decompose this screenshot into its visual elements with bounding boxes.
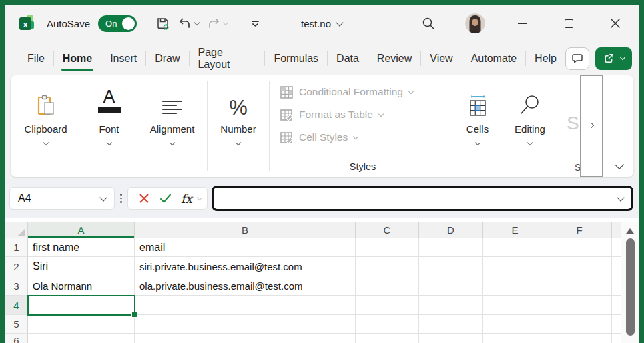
- cell[interactable]: [419, 257, 483, 276]
- cell[interactable]: [356, 257, 419, 276]
- tab-data[interactable]: Data: [328, 41, 368, 75]
- toggle-knob: [122, 17, 135, 30]
- ribbon-group-clipboard[interactable]: Clipboard: [11, 75, 81, 177]
- cell[interactable]: [483, 315, 547, 334]
- cell[interactable]: [419, 334, 483, 343]
- ribbon-scroll-right-button[interactable]: [580, 75, 603, 177]
- tab-draw[interactable]: Draw: [146, 41, 188, 75]
- clipboard-icon: [35, 83, 57, 118]
- column-header-a[interactable]: A: [28, 222, 135, 238]
- row-header-4[interactable]: 4: [5, 296, 28, 315]
- cell[interactable]: [483, 334, 547, 343]
- ribbon-collapse-icon[interactable]: [615, 160, 624, 169]
- tab-home[interactable]: Home: [54, 41, 101, 75]
- chevron-down-icon: [106, 140, 111, 145]
- row-header-5[interactable]: 5: [5, 315, 28, 334]
- ribbon-group-editing[interactable]: Editing: [499, 75, 561, 177]
- column-header-f[interactable]: F: [547, 222, 612, 238]
- cell-A3[interactable]: Ola Normann: [28, 276, 135, 296]
- name-box[interactable]: A4: [9, 187, 115, 210]
- cell-B3[interactable]: ola.private.business.email@test.com: [135, 276, 356, 296]
- tab-view[interactable]: View: [421, 41, 461, 75]
- format-as-table-button[interactable]: Format as Table: [280, 103, 383, 126]
- cell-styles-icon: [280, 131, 293, 144]
- document-title-button[interactable]: test.no: [301, 5, 342, 41]
- save-button[interactable]: [151, 12, 174, 35]
- scrollbar-up-icon[interactable]: [626, 228, 634, 234]
- autosave-toggle[interactable]: On: [98, 15, 137, 32]
- close-button[interactable]: [592, 5, 639, 41]
- tab-file[interactable]: File: [19, 41, 53, 75]
- cell-A1[interactable]: first name: [28, 238, 135, 257]
- ribbon-group-number[interactable]: % Number: [208, 75, 269, 177]
- undo-button[interactable]: [174, 12, 203, 35]
- cell[interactable]: [135, 315, 356, 334]
- cell-B2[interactable]: siri.private.business.email@test.com: [135, 257, 356, 276]
- tab-help[interactable]: Help: [526, 41, 565, 75]
- cell[interactable]: [356, 315, 419, 334]
- column-header-d[interactable]: D: [419, 222, 483, 238]
- cell[interactable]: [483, 276, 547, 296]
- cell-A4-selected[interactable]: [28, 296, 135, 315]
- ribbon-group-font[interactable]: A Font: [81, 75, 137, 177]
- cell[interactable]: [547, 296, 612, 315]
- scrollbar-thumb[interactable]: [626, 238, 635, 336]
- cell[interactable]: [135, 334, 356, 343]
- cell[interactable]: [547, 238, 612, 257]
- row-header-2[interactable]: 2: [5, 257, 28, 276]
- enter-button[interactable]: [155, 188, 176, 208]
- comments-button[interactable]: [565, 47, 589, 70]
- column-header-e[interactable]: E: [483, 222, 547, 238]
- cell[interactable]: [547, 315, 612, 334]
- cell[interactable]: [356, 334, 419, 343]
- cell[interactable]: [547, 257, 612, 276]
- cell-B1[interactable]: email: [135, 238, 356, 257]
- cell[interactable]: [419, 296, 483, 315]
- cell[interactable]: [356, 276, 419, 296]
- cell-A2[interactable]: Siri: [28, 257, 135, 276]
- ribbon-group-alignment[interactable]: Alignment: [137, 75, 207, 177]
- share-button[interactable]: [595, 47, 632, 70]
- cell[interactable]: [356, 238, 419, 257]
- cell[interactable]: [419, 238, 483, 257]
- column-header-b[interactable]: B: [135, 222, 356, 238]
- cell-styles-button[interactable]: Cell Styles: [280, 126, 358, 149]
- ribbon-group-label: Font: [99, 123, 119, 135]
- search-button[interactable]: [405, 5, 452, 41]
- select-all-corner[interactable]: [5, 222, 28, 238]
- minimize-button[interactable]: [499, 5, 545, 41]
- formula-bar-resize-handle[interactable]: [115, 194, 127, 203]
- insert-function-button[interactable]: fx: [176, 188, 198, 208]
- ribbon-group-cells[interactable]: Cells: [456, 75, 499, 177]
- row-header-6[interactable]: 6: [5, 334, 28, 343]
- cell[interactable]: [547, 334, 612, 343]
- cell[interactable]: [356, 296, 419, 315]
- customize-qat-button[interactable]: [246, 12, 264, 35]
- cell[interactable]: [135, 296, 356, 315]
- cell[interactable]: [28, 334, 135, 343]
- tab-page-layout[interactable]: Page Layout: [189, 41, 264, 75]
- conditional-formatting-button[interactable]: Conditional Formatting: [280, 81, 413, 103]
- tab-automate[interactable]: Automate: [462, 41, 525, 75]
- column-header-c[interactable]: C: [356, 222, 419, 238]
- cancel-button[interactable]: [133, 188, 155, 208]
- cell[interactable]: [28, 315, 135, 334]
- cell[interactable]: [483, 257, 547, 276]
- row-header-3[interactable]: 3: [5, 276, 28, 296]
- formula-input[interactable]: [212, 186, 634, 211]
- row-header-1[interactable]: 1: [5, 238, 28, 257]
- maximize-button[interactable]: [545, 5, 592, 41]
- account-button[interactable]: [452, 5, 499, 41]
- cell[interactable]: [419, 276, 483, 296]
- tab-formulas[interactable]: Formulas: [265, 41, 327, 75]
- undo-menu-chevron-icon[interactable]: [194, 19, 200, 25]
- cell[interactable]: [483, 238, 547, 257]
- cell[interactable]: [419, 315, 483, 334]
- tab-insert[interactable]: Insert: [101, 41, 145, 75]
- vertical-scrollbar[interactable]: [621, 222, 639, 343]
- tab-review[interactable]: Review: [368, 41, 420, 75]
- document-title-chevron-icon: [336, 19, 343, 26]
- formula-expand-chevron-icon[interactable]: [617, 194, 624, 201]
- cell[interactable]: [483, 296, 547, 315]
- cell[interactable]: [547, 276, 612, 296]
